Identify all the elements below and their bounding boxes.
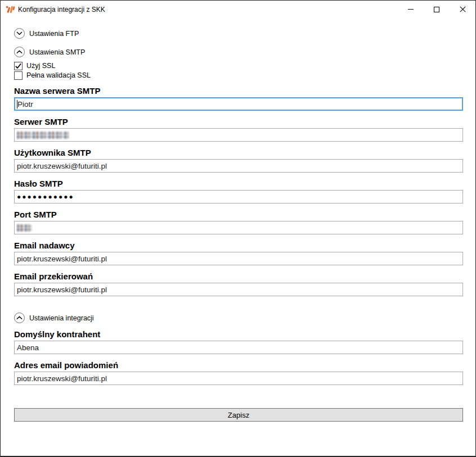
smtp-server-name-input[interactable]: Piotr [14, 97, 463, 111]
use-ssl-label: Użyj SSL [26, 62, 55, 70]
futuriti-logo-icon [6, 4, 15, 14]
expander-label: Ustawienia SMTP [29, 48, 85, 56]
chevron-up-circle-icon [14, 313, 25, 323]
smtp-password-label: Hasło SMTP [14, 179, 463, 188]
full-ssl-validation-checkbox[interactable] [14, 71, 23, 80]
full-ssl-validation-label: Pełna walidacja SSL [26, 71, 91, 79]
sender-email-label: Email nadawcy [14, 241, 463, 250]
default-contractor-input[interactable]: Abena [14, 341, 463, 354]
smtp-password-masked-value: ●●●●●●●●●●● [17, 193, 74, 201]
expander-ustawienia-smtp[interactable]: Ustawienia SMTP [14, 47, 463, 57]
field-group-smtp-port: Port SMTP [14, 210, 463, 234]
sender-email-input[interactable]: piotr.kruszewski@futuriti.pl [14, 252, 463, 265]
checkmark-icon [15, 62, 22, 70]
save-button[interactable]: Zapisz [14, 408, 463, 422]
minimize-icon [408, 9, 414, 10]
redacted-value-blur [17, 224, 32, 232]
smtp-server-name-label: Nazwa serwera SMTP [14, 86, 463, 96]
maximize-icon [434, 7, 439, 12]
notification-email-input[interactable]: piotr.kruszewski@futuriti.pl [14, 372, 463, 385]
smtp-server-label: Serwer SMTP [14, 117, 463, 126]
forward-email-input[interactable]: piotr.kruszewski@futuriti.pl [14, 283, 463, 296]
expander-ustawienia-ftp[interactable]: Ustawienia FTP [14, 28, 463, 39]
notification-email-value: piotr.kruszewski@futuriti.pl [17, 374, 107, 383]
default-contractor-value: Abena [17, 343, 39, 352]
window-controls [398, 1, 475, 18]
smtp-user-input[interactable]: piotr.kruszewski@futuriti.pl [14, 159, 463, 173]
chevron-down-circle-icon [14, 28, 25, 39]
minimize-button[interactable] [398, 1, 424, 18]
sender-email-value: piotr.kruszewski@futuriti.pl [17, 255, 107, 263]
field-group-smtp-server: Serwer SMTP [14, 117, 463, 142]
field-group-sender-email: Email nadawcy piotr.kruszewski@futuriti.… [14, 241, 463, 265]
maximize-button[interactable] [424, 1, 450, 18]
field-group-smtp-password: Hasło SMTP ●●●●●●●●●●● [14, 179, 463, 203]
field-group-forward-email: Email przekierowań piotr.kruszewski@futu… [14, 272, 463, 296]
smtp-server-input[interactable] [14, 128, 463, 142]
default-contractor-label: Domyślny kontrahent [14, 329, 463, 339]
use-ssl-checkbox[interactable] [14, 62, 23, 70]
close-button[interactable] [450, 1, 475, 18]
app-window: Konfiguracja integracji z SKK U [0, 0, 476, 457]
expander-label: Ustawienia integracji [29, 314, 94, 322]
field-group-smtp-server-name: Nazwa serwera SMTP Piotr [14, 86, 463, 111]
forward-email-value: piotr.kruszewski@futuriti.pl [17, 286, 107, 294]
smtp-user-label: Użytkownika SMTP [14, 148, 463, 157]
field-group-default-contractor: Domyślny kontrahent Abena [14, 329, 463, 354]
forward-email-label: Email przekierowań [14, 272, 463, 281]
field-group-notification-email: Adres email powiadomień piotr.kruszewski… [14, 360, 463, 385]
window-title: Konfiguracja integracji z SKK [18, 6, 105, 13]
expander-ustawienia-integracji[interactable]: Ustawienia integracji [14, 313, 463, 323]
form-content: Ustawienia FTP Ustawienia SMTP Użyj SSL … [1, 28, 475, 422]
checkbox-row-pelna-walidacja-ssl: Pełna walidacja SSL [14, 71, 463, 80]
smtp-server-name-value: Piotr [17, 100, 33, 108]
checkbox-row-uzyj-ssl: Użyj SSL [14, 61, 463, 70]
title-bar: Konfiguracja integracji z SKK [1, 1, 475, 18]
notification-email-label: Adres email powiadomień [14, 360, 463, 370]
smtp-user-value: piotr.kruszewski@futuriti.pl [17, 162, 107, 170]
expander-label: Ustawienia FTP [29, 30, 79, 38]
smtp-password-input[interactable]: ●●●●●●●●●●● [14, 190, 463, 203]
smtp-port-input[interactable] [14, 221, 463, 234]
redacted-value-blur [17, 132, 69, 139]
field-group-smtp-user: Użytkownika SMTP piotr.kruszewski@futuri… [14, 148, 463, 173]
smtp-port-label: Port SMTP [14, 210, 463, 219]
chevron-up-circle-icon [14, 47, 25, 57]
close-icon [460, 6, 466, 12]
